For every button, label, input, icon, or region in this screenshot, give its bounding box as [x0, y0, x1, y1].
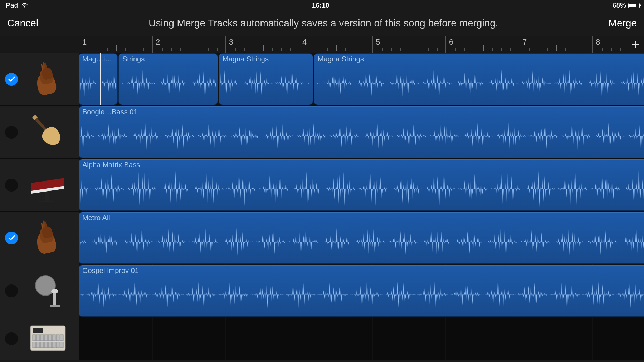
track-row: Metro All — [0, 212, 644, 264]
track-header — [0, 53, 79, 106]
wifi-icon — [21, 1, 29, 9]
waveform — [120, 64, 216, 103]
track-select-checkbox[interactable] — [5, 232, 18, 244]
track-header — [0, 317, 79, 360]
svg-rect-13 — [33, 328, 43, 333]
battery-icon — [628, 3, 640, 8]
bar-number: 7 — [522, 38, 527, 47]
svg-rect-25 — [44, 342, 48, 348]
svg-rect-24 — [40, 342, 44, 348]
track-select-checkbox[interactable] — [5, 179, 18, 192]
svg-rect-6 — [39, 201, 54, 202]
svg-rect-5 — [45, 192, 49, 202]
region-label: Alpha Matrix Bass — [82, 161, 140, 169]
waveform — [220, 64, 311, 103]
svg-rect-22 — [33, 342, 36, 348]
bar-3[interactable]: 3 — [225, 36, 299, 53]
audio-region[interactable]: Gospel Improv 01 — [79, 265, 644, 316]
microphone-icon[interactable] — [26, 269, 69, 312]
audio-region[interactable]: Strings — [119, 54, 218, 105]
bar-number: 4 — [302, 38, 307, 47]
track-lane[interactable]: Mag…ingsStringsMagna StringsMagna String… — [79, 53, 644, 106]
status-bar: iPad 16:10 68% — [0, 0, 644, 11]
bass-guitar-icon[interactable] — [26, 111, 69, 154]
svg-rect-20 — [56, 335, 59, 341]
waveform — [80, 275, 644, 314]
svg-rect-17 — [44, 335, 48, 341]
track-select-checkbox[interactable] — [5, 73, 18, 86]
track-row: Alpha Matrix Bass — [0, 159, 644, 212]
track-lane[interactable]: Boogie…Bass 01 — [79, 106, 644, 159]
svg-rect-23 — [36, 342, 40, 348]
svg-rect-26 — [48, 342, 52, 348]
audio-region[interactable]: Metro All — [79, 212, 644, 263]
clock: 16:10 — [312, 1, 330, 9]
bar-number: 6 — [449, 38, 453, 47]
waveform — [80, 169, 644, 208]
merge-button[interactable]: Merge — [609, 18, 637, 29]
merge-toolbar: Cancel Using Merge Tracks automatically … — [0, 11, 644, 36]
track-lane[interactable]: Gospel Improv 01 — [79, 264, 644, 317]
svg-rect-14 — [33, 335, 36, 341]
track-select-checkbox[interactable] — [5, 284, 18, 297]
audio-region[interactable]: Alpha Matrix Bass — [79, 159, 644, 210]
audio-region[interactable]: Magna Strings — [314, 54, 644, 105]
svg-rect-15 — [36, 335, 40, 341]
track-lane[interactable]: Alpha Matrix Bass — [79, 159, 644, 212]
bar-7[interactable]: 7 — [519, 36, 592, 53]
synth-icon[interactable] — [26, 164, 69, 207]
track-row — [0, 317, 644, 360]
svg-rect-11 — [50, 305, 60, 307]
region-label: Boogie…Bass 01 — [82, 108, 138, 116]
track-header — [0, 212, 79, 264]
track-row: Mag…ingsStringsMagna StringsMagna String… — [0, 53, 644, 106]
audio-region[interactable]: Mag…ings — [79, 54, 117, 105]
bar-number: 8 — [596, 38, 600, 47]
waveform — [316, 64, 644, 103]
drum-machine-icon[interactable] — [26, 317, 69, 360]
track-row: Gospel Improv 01 — [0, 264, 644, 317]
svg-point-10 — [51, 289, 58, 293]
svg-rect-28 — [56, 342, 59, 348]
track-select-checkbox[interactable] — [5, 332, 18, 345]
bar-1[interactable]: 1 — [79, 36, 152, 53]
audio-region[interactable]: Magna Strings — [219, 54, 313, 105]
bar-number: 3 — [229, 38, 233, 47]
add-section-button[interactable] — [630, 39, 641, 50]
svg-rect-27 — [52, 342, 55, 348]
waveform — [80, 64, 116, 103]
region-label: Magna Strings — [318, 55, 364, 63]
timeline-ruler-row: 12345678 — [0, 36, 644, 53]
bar-2[interactable]: 2 — [152, 36, 225, 53]
svg-rect-29 — [60, 342, 63, 348]
bar-5[interactable]: 5 — [372, 36, 445, 53]
bar-4[interactable]: 4 — [299, 36, 372, 53]
track-header — [0, 264, 79, 317]
track-header — [0, 159, 79, 212]
device-label: iPad — [4, 1, 18, 9]
merge-info-message: Using Merge Tracks automatically saves a… — [148, 18, 498, 29]
region-label: Metro All — [82, 214, 110, 222]
region-label: Mag…ings — [82, 55, 115, 63]
svg-rect-16 — [40, 335, 44, 341]
waveform — [80, 116, 644, 155]
svg-rect-9 — [53, 292, 56, 306]
audio-region[interactable]: Boogie…Bass 01 — [79, 106, 644, 158]
bar-number: 2 — [156, 38, 160, 47]
region-label: Magna Strings — [223, 55, 269, 63]
track-select-checkbox[interactable] — [5, 126, 18, 139]
track-header — [0, 106, 79, 159]
strings-icon[interactable] — [26, 58, 69, 101]
bar-6[interactable]: 6 — [445, 36, 519, 53]
timeline-ruler[interactable]: 12345678 — [79, 36, 644, 53]
waveform — [80, 222, 644, 261]
svg-rect-19 — [52, 335, 55, 341]
strings-icon[interactable] — [26, 217, 69, 259]
svg-rect-21 — [60, 335, 63, 341]
cancel-button[interactable]: Cancel — [7, 18, 38, 29]
bar-number: 5 — [376, 38, 380, 47]
region-label: Gospel Improv 01 — [82, 267, 139, 275]
track-lane[interactable]: Metro All — [79, 212, 644, 264]
track-lane[interactable] — [79, 317, 644, 360]
bar-number: 1 — [82, 38, 87, 47]
